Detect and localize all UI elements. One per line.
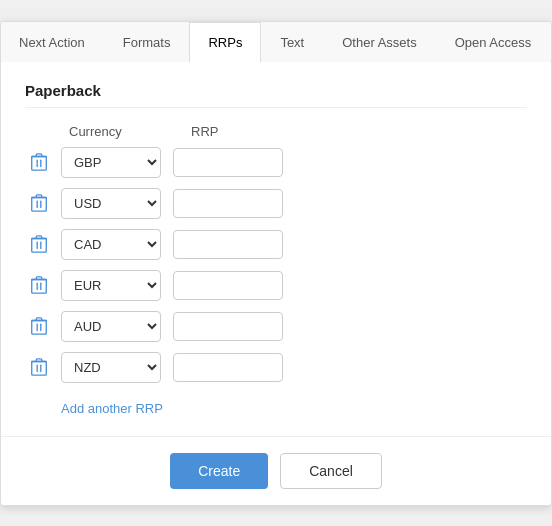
main-content: Paperback Currency RRP GBPUSDCADEURAUDNZ… [1,62,551,436]
create-button[interactable]: Create [170,453,268,489]
trash-icon [30,275,48,295]
svg-rect-5 [32,362,47,376]
rrp-input[interactable] [173,230,283,259]
table-row: GBPUSDCADEURAUDNZDCHFJPYCNY [25,311,527,342]
currency-select[interactable]: GBPUSDCADEURAUDNZDCHFJPYCNY [61,188,161,219]
table-header: Currency RRP [25,124,527,139]
currency-select[interactable]: GBPUSDCADEURAUDNZDCHFJPYCNY [61,147,161,178]
tab-bar: Next ActionFormatsRRPsTextOther AssetsOp… [1,22,551,62]
rrp-input[interactable] [173,189,283,218]
tab-open-access[interactable]: Open Access [436,22,551,62]
tab-formats[interactable]: Formats [104,22,190,62]
delete-row-button[interactable] [25,353,61,381]
tab-other-assets[interactable]: Other Assets [323,22,435,62]
delete-row-button[interactable] [25,189,61,217]
delete-row-button[interactable] [25,271,61,299]
rrp-input[interactable] [173,353,283,382]
rrp-rows-container: GBPUSDCADEURAUDNZDCHFJPYCNY GBPUSDCADEUR… [25,147,527,383]
delete-row-button[interactable] [25,312,61,340]
table-row: GBPUSDCADEURAUDNZDCHFJPYCNY [25,270,527,301]
svg-rect-3 [32,280,47,294]
currency-column-header: Currency [69,124,179,139]
table-row: GBPUSDCADEURAUDNZDCHFJPYCNY [25,147,527,178]
svg-rect-1 [32,198,47,212]
trash-icon [30,316,48,336]
tab-rrps[interactable]: RRPs [189,22,261,62]
rrp-input[interactable] [173,271,283,300]
modal: Next ActionFormatsRRPsTextOther AssetsOp… [0,21,552,506]
footer: Create Cancel [1,436,551,505]
rrp-input[interactable] [173,312,283,341]
rrp-column-header: RRP [191,124,311,139]
trash-icon [30,357,48,377]
table-row: GBPUSDCADEURAUDNZDCHFJPYCNY [25,352,527,383]
svg-rect-4 [32,321,47,335]
currency-select[interactable]: GBPUSDCADEURAUDNZDCHFJPYCNY [61,311,161,342]
delete-row-button[interactable] [25,148,61,176]
currency-select[interactable]: GBPUSDCADEURAUDNZDCHFJPYCNY [61,270,161,301]
tab-text[interactable]: Text [261,22,323,62]
tab-next-action[interactable]: Next Action [1,22,104,62]
trash-icon [30,193,48,213]
trash-icon [30,234,48,254]
trash-icon [30,152,48,172]
currency-select[interactable]: GBPUSDCADEURAUDNZDCHFJPYCNY [61,229,161,260]
add-rrp-link[interactable]: Add another RRP [61,401,163,416]
cancel-button[interactable]: Cancel [280,453,382,489]
rrp-input[interactable] [173,148,283,177]
currency-select[interactable]: GBPUSDCADEURAUDNZDCHFJPYCNY [61,352,161,383]
table-row: GBPUSDCADEURAUDNZDCHFJPYCNY [25,229,527,260]
table-row: GBPUSDCADEURAUDNZDCHFJPYCNY [25,188,527,219]
svg-rect-0 [32,157,47,171]
section-title: Paperback [25,82,527,108]
svg-rect-2 [32,239,47,253]
delete-row-button[interactable] [25,230,61,258]
